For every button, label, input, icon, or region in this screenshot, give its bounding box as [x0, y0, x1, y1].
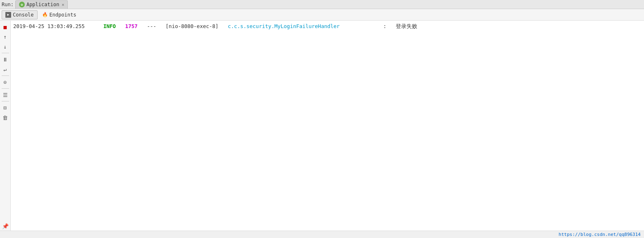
status-url: https://blog.csdn.net/qq896314	[558, 232, 641, 237]
toolbar: ▶ Console 🔥 Endpoints	[0, 9, 644, 21]
pin-button[interactable]: 📌	[1, 222, 10, 231]
format-button[interactable]: ☰	[1, 90, 10, 99]
status-bar: https://blog.csdn.net/qq896314	[0, 231, 644, 238]
title-bar: Run: ✿ Application ×	[0, 0, 644, 9]
console-tab-button[interactable]: ▶ Console	[2, 10, 38, 19]
main-content: ■ ↑ ↓ ⏸ ↵ ⊙ ☰ ⊟ 🗑 📌 2019-04-25 13:03:49.…	[0, 21, 644, 231]
endpoints-tab-button[interactable]: 🔥 Endpoints	[38, 10, 80, 19]
print-button[interactable]: ⊟	[1, 103, 10, 112]
application-tab[interactable]: ✿ Application ×	[15, 0, 68, 9]
spring-app-icon: ✿	[19, 2, 25, 7]
log-message: 登录失败	[396, 23, 417, 29]
console-tab-label: Console	[13, 12, 34, 18]
stop-button[interactable]: ■	[1, 22, 10, 31]
sidebar-divider-1	[2, 53, 9, 53]
log-colon: :	[383, 23, 387, 29]
sidebar-divider-3	[2, 88, 9, 89]
log-timestamp: 2019-04-25 13:03:49.255	[13, 23, 85, 29]
sidebar-divider-2	[2, 75, 9, 76]
log-class: c.c.s.security.MyLoginFailureHandler	[228, 23, 340, 29]
console-icon: ▶	[5, 12, 11, 18]
clear-button[interactable]: 🗑	[1, 113, 10, 122]
log-thread-name: [nio-8080-exec-8]	[166, 23, 219, 29]
sidebar: ■ ↑ ↓ ⏸ ↵ ⊙ ☰ ⊟ 🗑 📌	[0, 21, 11, 231]
endpoints-icon: 🔥	[42, 12, 48, 18]
pause-output-button[interactable]: ⏸	[1, 55, 10, 64]
scroll-up-button[interactable]: ↑	[1, 32, 10, 41]
log-thread-id: 1757	[125, 23, 138, 29]
tab-close-button[interactable]: ×	[62, 2, 64, 7]
endpoints-tab-label: Endpoints	[50, 12, 76, 18]
scroll-down-button[interactable]: ↓	[1, 42, 10, 51]
camera-button[interactable]: ⊙	[1, 78, 10, 87]
log-level: INFO	[103, 23, 116, 29]
log-separator: ---	[147, 23, 157, 29]
app-tab-label: Application	[26, 2, 59, 7]
console-area: 2019-04-25 13:03:49.255 INFO 1757 --- [n…	[11, 21, 644, 231]
log-entry-0: 2019-04-25 13:03:49.255 INFO 1757 --- [n…	[13, 22, 642, 31]
run-label: Run:	[2, 2, 14, 7]
sidebar-divider-4	[2, 101, 9, 101]
soft-wrap-button[interactable]: ↵	[1, 65, 10, 74]
